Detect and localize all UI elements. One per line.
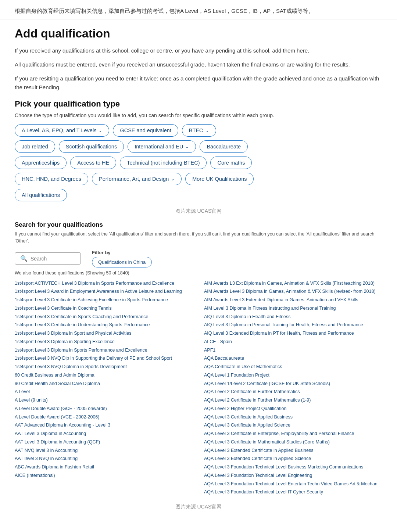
list-item[interactable]: 1st4sport Level 3 Diploma in Sport and P…: [15, 329, 193, 338]
list-item[interactable]: 60 Credit Business and Admin Diploma: [15, 371, 193, 380]
list-item[interactable]: AQA Level 3 Certificate in Enterprise, E…: [204, 429, 382, 438]
qual-btn-core-maths[interactable]: Core maths: [210, 157, 252, 169]
search-section: Search for your qualifications If you ca…: [15, 221, 382, 496]
qual-btn-all-qualifications[interactable]: All qualifications: [15, 189, 67, 201]
list-item[interactable]: AQA Level 3 Extended Certificate in Appl…: [204, 446, 382, 455]
list-item[interactable]: AQA Level 3 Foundation Technical Level E…: [204, 471, 382, 480]
list-item[interactable]: AIQ Level 3 Extended Diploma in PT for H…: [204, 329, 382, 338]
chevron-icon: ⌄: [99, 128, 102, 133]
qual-btn-core-maths-label: Core maths: [217, 160, 245, 166]
list-item[interactable]: 1st4sport Level 3 Certificate in Sports …: [15, 313, 193, 321]
qual-btn-international-label: International and EU: [135, 144, 183, 150]
qual-btn-btec-label: BTEC: [189, 127, 203, 133]
right-qual-list: AIM Awards L3 Ext Diploma in Games, Anim…: [204, 279, 382, 497]
list-item[interactable]: ABC Awards Diploma in Fashion Retail: [15, 463, 193, 471]
list-item[interactable]: AQA Level 3 Certificate in Mathematical …: [204, 438, 382, 446]
watermark-2: 图片来源 UCAS官网: [15, 504, 382, 510]
list-item[interactable]: AAT Level 3 Diploma in Accounting: [15, 429, 193, 438]
top-banner: 根据自身的教育经历来填写相关信息，添加自己参与过的考试，包括A Level，AS…: [0, 0, 397, 19]
list-item[interactable]: AQA Level 1 Foundation Project: [204, 371, 382, 380]
list-item[interactable]: AICE (International): [15, 471, 193, 480]
list-item[interactable]: AAT NVQ level 3 in Accounting: [15, 446, 193, 455]
search-section-title: Search for your qualifications: [15, 221, 382, 229]
qual-btn-a-level[interactable]: A Level, AS, EPQ, and T Levels ⌄: [15, 124, 109, 137]
list-item[interactable]: AQA Level 3 Foundation Technical Level I…: [204, 488, 382, 496]
list-item[interactable]: AIQ Level 3 Diploma in Personal Training…: [204, 321, 382, 329]
list-item[interactable]: AQA Level 3 Foundation Technical Level B…: [204, 463, 382, 471]
list-item[interactable]: APF1: [204, 346, 382, 355]
list-item[interactable]: 1st4sport Level 3 Certificate in Coachin…: [15, 304, 193, 313]
qualification-type-subtitle: Choose the type of qualification you wou…: [15, 112, 382, 118]
list-item[interactable]: 1st4sport Level 3 Diploma in Sports Perf…: [15, 346, 193, 355]
list-item[interactable]: A Level Double Award (VCE - 2002-2006): [15, 413, 193, 421]
list-item[interactable]: AIM Level 3 Diploma in Fitness Instructi…: [204, 304, 382, 313]
list-item[interactable]: AQA Level 3 Extended Certificate in Appl…: [204, 454, 382, 463]
list-item[interactable]: AQA Level 2 Certificate in Further Mathe…: [204, 396, 382, 405]
qual-btn-btec[interactable]: BTEC ⌄: [182, 124, 216, 137]
list-item[interactable]: AIM Awards L3 Ext Diploma in Games, Anim…: [204, 279, 382, 288]
description-1: If you received any qualifications at th…: [15, 46, 382, 55]
list-item[interactable]: AAT Level 3 Diploma in Accounting (QCF): [15, 438, 193, 446]
qual-btn-gcse-label: GCSE and equivalent: [120, 127, 171, 133]
qual-row-0: A Level, AS, EPQ, and T Levels ⌄ GCSE an…: [15, 124, 382, 137]
list-item[interactable]: AQA Baccalaureate: [204, 354, 382, 363]
list-item[interactable]: A Level Double Award (GCE - 2005 onwards…: [15, 405, 193, 413]
list-item[interactable]: AIM Awards Level 3 Extended Diploma in G…: [204, 296, 382, 304]
list-item[interactable]: 1st4sport Level 3 NVQ Diploma in Sports …: [15, 363, 193, 371]
qual-btn-job-related-label: Job related: [22, 144, 48, 150]
qual-btn-job-related[interactable]: Job related: [15, 140, 55, 153]
list-item[interactable]: AQA Level 2 Higher Project Qualification: [204, 405, 382, 413]
list-item[interactable]: AAT Advanced Diploma in Accounting - Lev…: [15, 421, 193, 429]
description-2: All qualifications must be entered, even…: [15, 60, 382, 69]
list-item[interactable]: A Level (9 units): [15, 396, 193, 405]
qual-row-3: HNC, HND, and Degrees Performance, Art, …: [15, 173, 382, 185]
qual-btn-performance-art-label: Performance, Art, and Design: [99, 176, 169, 182]
list-item[interactable]: 1st4sport Level 3 Certificate in Achievi…: [15, 296, 193, 304]
list-item[interactable]: AQA Level 3 Foundation Technical Level E…: [204, 480, 382, 488]
chevron-icon-btec: ⌄: [205, 128, 209, 133]
qual-btn-hnc-label: HNC, HND, and Degrees: [22, 176, 81, 182]
description-3: If you are resitting a qualification you…: [15, 74, 382, 92]
list-item[interactable]: AQA Level 3 Certificate in Applied Busin…: [204, 413, 382, 421]
page-title: Add qualification: [15, 27, 382, 40]
qual-btn-scottish-label: Scottish qualifications: [66, 144, 117, 150]
qual-btn-access-he[interactable]: Access to HE: [70, 157, 116, 169]
filter-col: Filter by Qualifications in China: [92, 250, 152, 267]
list-item[interactable]: AQA Certificate in Use of Mathematics: [204, 363, 382, 371]
qual-btn-gcse[interactable]: GCSE and equivalent: [113, 124, 178, 137]
qual-btn-baccalaureate-label: Baccalaureate: [207, 144, 241, 150]
qual-btn-performance-art[interactable]: Performance, Art, and Design ⌄: [92, 173, 182, 185]
search-box[interactable]: 🔍: [15, 252, 81, 265]
qualification-type-grid: A Level, AS, EPQ, and T Levels ⌄ GCSE an…: [15, 124, 382, 201]
qual-btn-hnc[interactable]: HNC, HND, and Degrees: [15, 173, 88, 185]
search-input[interactable]: [31, 256, 75, 262]
filter-button[interactable]: Qualifications in China: [92, 257, 152, 267]
list-item[interactable]: 1st4sport Level 3 Diploma in Sporting Ex…: [15, 338, 193, 346]
list-item[interactable]: AAT level 3 NVQ in Accounting: [15, 454, 193, 463]
qual-btn-international[interactable]: International and EU ⌄: [128, 140, 196, 153]
qual-btn-more-uk-label: More UK Qualifications: [192, 176, 247, 182]
results-columns: 1st4sport ACTIVTECH Level 3 Diploma in S…: [15, 279, 382, 497]
qual-btn-technical[interactable]: Technical (not including BTEC): [120, 157, 207, 169]
qualification-type-title: Pick your qualification type: [15, 99, 382, 109]
qual-btn-more-uk[interactable]: More UK Qualifications: [185, 173, 254, 185]
search-icon: 🔍: [20, 255, 28, 262]
list-item[interactable]: A Level: [15, 388, 193, 396]
list-item[interactable]: 1st4sport Level 3 Award in Employment Aw…: [15, 287, 193, 296]
list-item[interactable]: AIM Awards Level 3 Diploma in Games, Ani…: [204, 287, 382, 296]
list-item[interactable]: AQA Level 3 Certificate in Applied Scien…: [204, 421, 382, 429]
list-item[interactable]: AIQ Level 3 Diploma in Health and Fitnes…: [204, 313, 382, 321]
list-item[interactable]: 1st4sport Level 3 NVQ Dip in Supporting …: [15, 354, 193, 363]
qual-row-2: Apprenticeships Access to HE Technical (…: [15, 157, 382, 169]
list-item[interactable]: 1st4sport ACTIVTECH Level 3 Diploma in S…: [15, 279, 193, 288]
qual-btn-scottish[interactable]: Scottish qualifications: [59, 140, 124, 153]
list-item[interactable]: AQA Level 2 Certificate in Further Mathe…: [204, 388, 382, 396]
qual-btn-technical-label: Technical (not including BTEC): [127, 160, 200, 166]
list-item[interactable]: ALCE - Spain: [204, 338, 382, 346]
qual-btn-apprenticeships[interactable]: Apprenticeships: [15, 157, 67, 169]
search-row: 🔍 Filter by Qualifications in China: [15, 250, 382, 267]
list-item[interactable]: AQA Level 1/Level 2 Certificate (IGCSE f…: [204, 380, 382, 388]
list-item[interactable]: 90 Credit Health and Social Care Diploma: [15, 380, 193, 388]
list-item[interactable]: 1st4sport Level 3 Certificate in Underst…: [15, 321, 193, 329]
qual-btn-baccalaureate[interactable]: Baccalaureate: [200, 140, 248, 153]
